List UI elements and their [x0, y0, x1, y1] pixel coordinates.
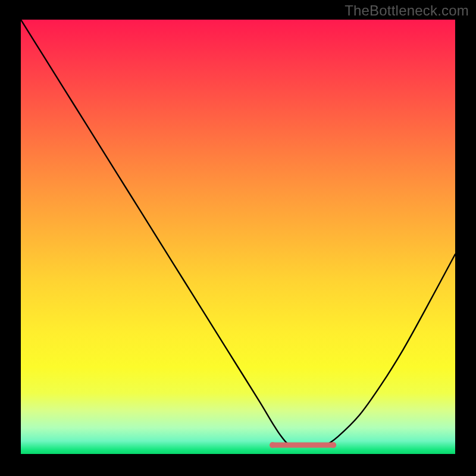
watermark-text: TheBottleneck.com: [345, 2, 469, 19]
plot-area: [21, 20, 455, 454]
valley-marker: [269, 441, 337, 449]
svg-point-1: [270, 442, 275, 448]
chart-frame: TheBottleneck.com: [0, 0, 476, 476]
svg-point-2: [331, 442, 337, 448]
bottleneck-curve: [21, 20, 455, 454]
